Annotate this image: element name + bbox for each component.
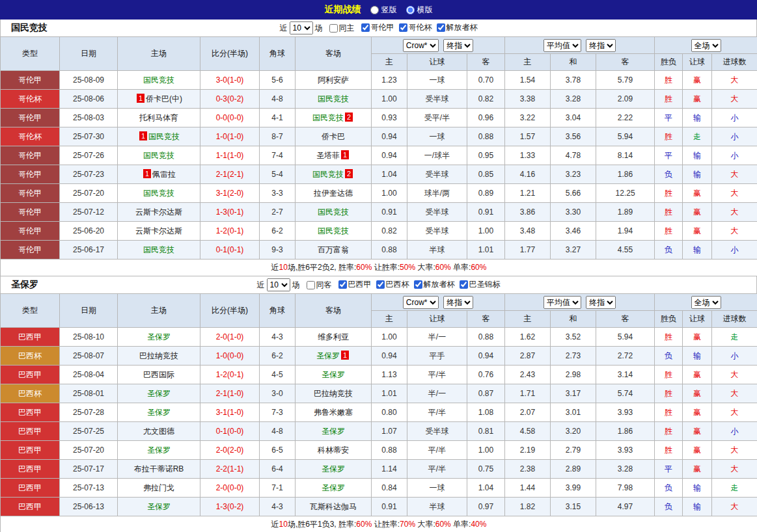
opponent-team-name[interactable]: 科林蒂安 <box>318 446 349 455</box>
focus-team-name[interactable]: 国民竞技 <box>312 113 344 122</box>
col-asian-away: 客 <box>467 54 505 71</box>
full-match-select[interactable]: 全场 <box>691 296 721 309</box>
league-filter[interactable]: 哥伦杯 <box>399 22 432 33</box>
opponent-team-name[interactable]: 佩雷拉 <box>152 170 176 179</box>
vertical-radio[interactable] <box>370 6 379 14</box>
euro-company-select[interactable]: 平均值 <box>544 296 581 309</box>
score-cell[interactable]: 0-1(0-0) <box>200 422 260 441</box>
corner-cell: 6-2 <box>260 222 296 241</box>
match-count-select[interactable]: 10 <box>290 21 313 34</box>
focus-team-name[interactable]: 圣保罗 <box>316 351 340 360</box>
focus-team-name[interactable]: 圣保罗 <box>322 483 345 492</box>
same-venue-filter[interactable]: 同主 <box>329 23 355 34</box>
score-cell[interactable]: 2-0(0-0) <box>200 479 260 498</box>
focus-team-name[interactable]: 圣保罗 <box>322 464 345 473</box>
league-checkbox[interactable] <box>376 280 385 289</box>
score-cell[interactable]: 2-0(2-0) <box>200 441 260 460</box>
opponent-team-name[interactable]: 侨卡巴(中) <box>146 94 182 103</box>
score-cell[interactable]: 1-3(0-2) <box>200 498 260 516</box>
asian-handicap-cell: 受平/半 <box>407 109 467 127</box>
focus-team-name[interactable]: 圣保罗 <box>322 427 345 436</box>
focus-team-name[interactable]: 圣保罗 <box>147 502 171 511</box>
asian-company-select[interactable]: Crow* <box>403 296 439 309</box>
score-cell[interactable]: 0-3(0-2) <box>200 90 260 109</box>
same-venue-filter[interactable]: 同客 <box>307 280 332 291</box>
asian-handicap-cell: 半球 <box>407 241 467 259</box>
focus-team-name[interactable]: 国民竞技 <box>148 132 180 141</box>
league-filter[interactable]: 解放者杯 <box>437 22 478 33</box>
focus-team-name[interactable]: 国民竞技 <box>143 75 174 85</box>
league-checkbox[interactable] <box>414 280 422 289</box>
euro-company-select[interactable]: 平均值 <box>544 39 581 52</box>
focus-team-name[interactable]: 国民竞技 <box>143 189 174 198</box>
opponent-team-name[interactable]: 布拉干蒂诺RB <box>134 464 184 473</box>
opponent-team-name[interactable]: 云斯卡尔达斯 <box>135 207 182 217</box>
league-checkbox[interactable] <box>460 280 468 289</box>
opponent-team-name[interactable]: 云斯卡尔达斯 <box>135 226 182 235</box>
opponent-team-name[interactable]: 侨卡巴 <box>322 132 345 141</box>
focus-team-name[interactable]: 圣保罗 <box>147 332 171 341</box>
score-cell[interactable]: 1-0(0-0) <box>200 347 260 366</box>
asian-company-select[interactable]: Crow* <box>403 39 439 52</box>
opponent-team-name[interactable]: 维多利亚 <box>318 332 349 341</box>
same-venue-checkbox[interactable] <box>329 24 338 33</box>
score-cell[interactable]: 2-1(2-1) <box>200 165 260 184</box>
opponent-team-name[interactable]: 托利马体育 <box>139 113 178 122</box>
score-cell[interactable]: 1-2(0-1) <box>200 222 260 241</box>
opponent-team-name[interactable]: 圣塔菲 <box>316 151 340 160</box>
score-cell[interactable]: 0-1(0-1) <box>200 241 260 259</box>
score-cell[interactable]: 3-1(1-0) <box>200 403 260 422</box>
opponent-team-name[interactable]: 尤文图德 <box>143 427 174 436</box>
focus-team-name[interactable]: 国民竞技 <box>318 94 349 103</box>
opponent-team-name[interactable]: 拉伊奎达德 <box>314 189 353 198</box>
focus-team-name[interactable]: 国民竞技 <box>143 245 174 254</box>
league-filter[interactable]: 巴圣锦标 <box>460 279 501 290</box>
league-filter[interactable]: 解放者杯 <box>414 279 455 290</box>
opponent-team-name[interactable]: 巴西国际 <box>143 370 174 379</box>
asian-time-select[interactable]: 终指 <box>443 296 473 309</box>
focus-team-name[interactable]: 国民竞技 <box>143 151 174 160</box>
focus-team-name[interactable]: 国民竞技 <box>318 226 349 235</box>
full-match-select[interactable]: 全场 <box>691 39 721 52</box>
league-checkbox[interactable] <box>361 23 370 32</box>
horizontal-radio[interactable] <box>406 6 415 14</box>
league-filter[interactable]: 哥伦甲 <box>361 22 394 33</box>
focus-team-name[interactable]: 圣保罗 <box>147 408 171 417</box>
league-filter[interactable]: 巴西杯 <box>376 279 409 290</box>
same-venue-checkbox[interactable] <box>307 281 315 289</box>
view-option-vertical[interactable]: 竖版 <box>370 5 397 16</box>
opponent-team-name[interactable]: 弗鲁米嫩塞 <box>314 408 353 417</box>
opponent-team-name[interactable]: 百万富翁 <box>318 245 349 254</box>
focus-team-name[interactable]: 圣保罗 <box>147 446 171 455</box>
score-cell[interactable]: 0-0(0-0) <box>200 109 260 127</box>
euro-time-select[interactable]: 终指 <box>586 296 616 309</box>
match-count-select[interactable]: 10 <box>267 278 290 291</box>
league-type-cell: 巴西杯 <box>1 347 60 366</box>
asian-time-select[interactable]: 终指 <box>443 39 473 52</box>
score-cell[interactable]: 2-2(1-1) <box>200 460 260 479</box>
euro-time-select[interactable]: 终指 <box>586 39 616 52</box>
focus-team-name[interactable]: 圣保罗 <box>147 389 171 398</box>
league-checkbox[interactable] <box>437 23 445 32</box>
view-option-horizontal[interactable]: 横版 <box>406 5 433 16</box>
score-cell[interactable]: 1-1(1-0) <box>200 146 260 165</box>
score-cell[interactable]: 1-0(1-0) <box>200 127 260 146</box>
score-cell[interactable]: 2-0(1-0) <box>200 328 260 347</box>
score-cell[interactable]: 2-1(1-0) <box>200 384 260 403</box>
opponent-team-name[interactable]: 巴拉纳竞技 <box>314 389 353 398</box>
opponent-team-name[interactable]: 弗拉门戈 <box>143 483 174 492</box>
opponent-team-name[interactable]: 巴拉纳竞技 <box>139 351 178 360</box>
opponent-team-name[interactable]: 瓦斯科达伽马 <box>310 502 357 511</box>
score-cell[interactable]: 3-0(1-0) <box>200 71 260 90</box>
focus-team-name[interactable]: 国民竞技 <box>318 207 349 217</box>
score-cell[interactable]: 1-2(0-1) <box>200 366 260 384</box>
league-checkbox[interactable] <box>338 280 347 289</box>
euro-away-odds-cell: 1.94 <box>596 222 655 241</box>
score-cell[interactable]: 1-3(0-1) <box>200 203 260 222</box>
opponent-team-name[interactable]: 阿利安萨 <box>318 75 349 85</box>
focus-team-name[interactable]: 圣保罗 <box>322 370 345 379</box>
score-cell[interactable]: 3-1(2-0) <box>200 184 260 203</box>
league-checkbox[interactable] <box>399 23 407 32</box>
focus-team-name[interactable]: 国民竞技 <box>312 170 344 179</box>
league-filter[interactable]: 巴西甲 <box>338 279 372 290</box>
